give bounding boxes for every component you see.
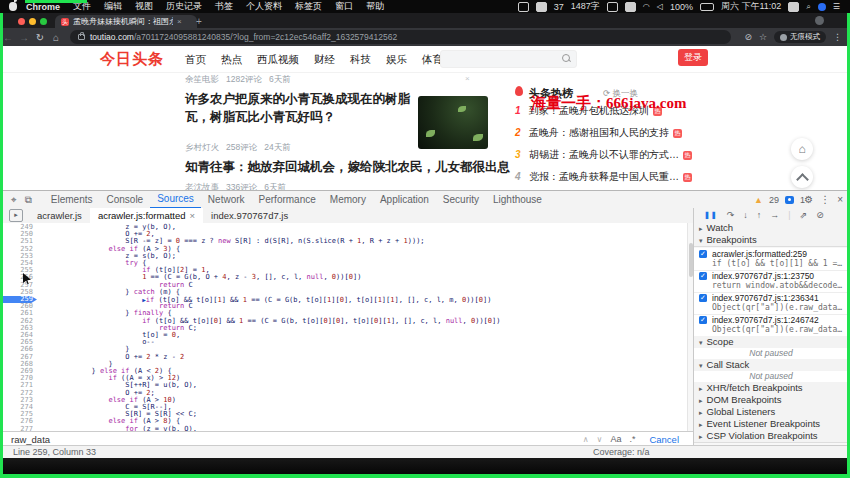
menu-item-9[interactable]: 帮助 (366, 0, 384, 13)
devtools-badges[interactable]: ▲ 29 1 (754, 192, 805, 207)
spotlight-icon[interactable]: ⌕ (806, 2, 810, 12)
nav-item-4[interactable]: 科技 (350, 53, 371, 67)
reload-icon[interactable]: ↻ (32, 32, 48, 43)
find-previous-icon[interactable]: ∧ (583, 435, 589, 444)
settings-gear-icon[interactable]: ⚙ (804, 194, 813, 205)
devtools-tab-security[interactable]: Security (436, 192, 486, 208)
site-logo[interactable]: 今日头条 (100, 50, 164, 69)
window-minimize-button[interactable] (29, 18, 36, 25)
breakpoints-section[interactable]: ▾Breakpoints (694, 234, 848, 247)
screen-record-icon[interactable] (518, 2, 529, 12)
article-title[interactable]: 许多农户把原来的小青瓦换成现在的树脂瓦，树脂瓦比小青瓦好吗？ (185, 90, 425, 126)
url-bar[interactable]: toutiao.com /a7011724095881240835/?log_f… (70, 30, 731, 44)
breakpoint-entry[interactable]: ✓index.970767d7.js:1:246742Object(qr["a"… (694, 314, 848, 337)
find-input[interactable]: raw_data (11, 434, 579, 445)
pause-script-icon[interactable]: ❚❚ (704, 211, 718, 219)
incognito-chip[interactable]: 无痕模式 (774, 31, 826, 43)
file-tab-2[interactable]: index.970767d7.js (203, 208, 296, 223)
devtools-tab-performance[interactable]: Performance (252, 192, 323, 208)
line-number[interactable]: 258 (3, 289, 37, 296)
apple-icon[interactable] (9, 2, 17, 11)
ime-icon[interactable] (607, 2, 618, 12)
hotlist-item[interactable]: 2孟晚舟：感谢祖国和人民的支持热 (515, 126, 765, 140)
menu-item-7[interactable]: 标签页 (295, 0, 322, 13)
switcher-icon[interactable] (788, 2, 799, 12)
menu-item-5[interactable]: 书签 (215, 0, 233, 13)
find-cancel-button[interactable]: Cancel (649, 434, 679, 445)
siri-icon[interactable] (818, 3, 826, 11)
more-options-icon[interactable]: ⋮ (820, 194, 830, 205)
find-next-icon[interactable]: ∨ (597, 435, 603, 444)
step-out-icon[interactable]: ↑ (757, 210, 762, 220)
hotlist-text[interactable]: 胡锡进：孟晚舟以不认罪的方式… (529, 149, 679, 160)
menu-item-0[interactable]: Chrome (26, 2, 60, 12)
site-search-input[interactable] (440, 50, 577, 68)
tab-close-icon[interactable]: × (177, 17, 182, 26)
article-thumbnail[interactable] (418, 96, 488, 149)
breakpoint-checkbox[interactable]: ✓ (699, 250, 707, 258)
breakpoint-entry[interactable]: ✓acrawler.js:formatted:259if (t[o] && t[… (694, 248, 848, 271)
back-to-top-button[interactable] (791, 166, 813, 188)
feedback-home-button[interactable]: ⌂ (791, 138, 813, 160)
menu-item-8[interactable]: 窗口 (335, 0, 353, 13)
devtools-tab-memory[interactable]: Memory (323, 192, 373, 208)
window-zoom-button[interactable] (40, 18, 47, 25)
browser-menu-icon[interactable]: ⋮ (833, 32, 842, 42)
new-tab-button[interactable]: + (196, 17, 202, 27)
inspect-element-icon[interactable]: ⌖ (11, 194, 17, 206)
menubar-clock[interactable]: 周六 下午11:02 (721, 0, 781, 13)
browser-tab[interactable]: 头 孟晚舟妹妹接机瞬间：祖国永远是 × (55, 15, 197, 28)
regex-toggle[interactable]: .* (629, 434, 635, 444)
devtools-tab-elements[interactable]: Elements (44, 192, 100, 208)
home-icon[interactable]: ⌂ (48, 32, 64, 43)
devtools-tab-lighthouse[interactable]: Lighthouse (486, 192, 549, 208)
profile-avatar[interactable] (815, 16, 824, 25)
login-button[interactable]: 登录 (678, 49, 708, 66)
hotlist-text[interactable]: 党报：孟晚舟获释是中国人民重… (529, 171, 679, 182)
step-into-icon[interactable]: ↓ (743, 210, 748, 220)
devtools-tab-sources[interactable]: Sources (150, 191, 201, 209)
step-icon[interactable]: → (770, 210, 779, 220)
control-center-icon[interactable]: ☰ (833, 2, 840, 11)
lock-icon[interactable] (78, 34, 85, 40)
breakpoint-checkbox[interactable]: ✓ (699, 316, 707, 324)
breakpoint-checkbox[interactable]: ✓ (699, 272, 707, 280)
match-case-toggle[interactable]: Aa (610, 434, 621, 444)
sidebar-section-4[interactable]: ▸CSP Violation Breakpoints (694, 430, 848, 443)
menu-item-3[interactable]: 视图 (135, 0, 153, 13)
window-close-button[interactable] (18, 18, 25, 25)
menu-item-6[interactable]: 个人资料 (246, 0, 282, 13)
nav-item-0[interactable]: 首页 (185, 53, 206, 67)
nav-item-5[interactable]: 娱乐 (386, 53, 407, 67)
devtools-tab-application[interactable]: Application (373, 192, 436, 208)
eye-off-icon[interactable]: ⊘ (744, 32, 752, 42)
menu-item-4[interactable]: 历史记录 (166, 0, 202, 13)
hotlist-item[interactable]: 4党报：孟晚舟获释是中国人民重…热 (515, 170, 765, 184)
hotlist-text[interactable]: 孟晚舟：感谢祖国和人民的支持 (529, 127, 669, 138)
close-devtools-icon[interactable]: × (837, 194, 843, 205)
volume-icon[interactable]: ◁ (657, 2, 663, 11)
step-over-icon[interactable]: ↷ (727, 210, 735, 220)
keyboard-icon[interactable] (625, 2, 636, 12)
file-tab-0[interactable]: acrawler.js (29, 208, 90, 223)
wifi-icon[interactable]: ◠ (643, 2, 650, 11)
hotlist-item[interactable]: 3胡锡进：孟晚舟以不认罪的方式…热 (515, 148, 765, 162)
forward-icon[interactable]: → (16, 32, 32, 43)
devtools-tab-console[interactable]: Console (99, 192, 150, 208)
app-icon[interactable] (536, 2, 547, 12)
devtools-tab-network[interactable]: Network (201, 192, 252, 208)
navigator-toggle-icon[interactable]: ▸ (9, 209, 23, 222)
pause-on-exceptions-icon[interactable]: ⊘ (816, 210, 824, 220)
find-bar[interactable]: raw_data ∧ ∨ Aa .* Cancel (3, 431, 693, 446)
breakpoint-entry[interactable]: ✓index.970767d7.js:1:23750return window.… (694, 270, 848, 293)
dismiss-icon[interactable]: × (465, 74, 470, 83)
breakpoint-entry[interactable]: ✓index.970767d7.js:1:236341Object(qr["a"… (694, 292, 848, 315)
nav-item-3[interactable]: 财经 (314, 53, 335, 67)
nav-item-2[interactable]: 西瓜视频 (257, 53, 299, 67)
menu-item-2[interactable]: 编辑 (104, 0, 122, 13)
device-toolbar-icon[interactable]: ⧉ (25, 194, 32, 206)
code-line[interactable]: 258 } catch (m) { (3, 289, 693, 296)
file-tab-close-icon[interactable]: × (190, 210, 196, 221)
deactivate-breakpoints-icon[interactable]: ⇗ (800, 210, 808, 220)
bookmark-star-icon[interactable]: ☆ (759, 32, 767, 42)
